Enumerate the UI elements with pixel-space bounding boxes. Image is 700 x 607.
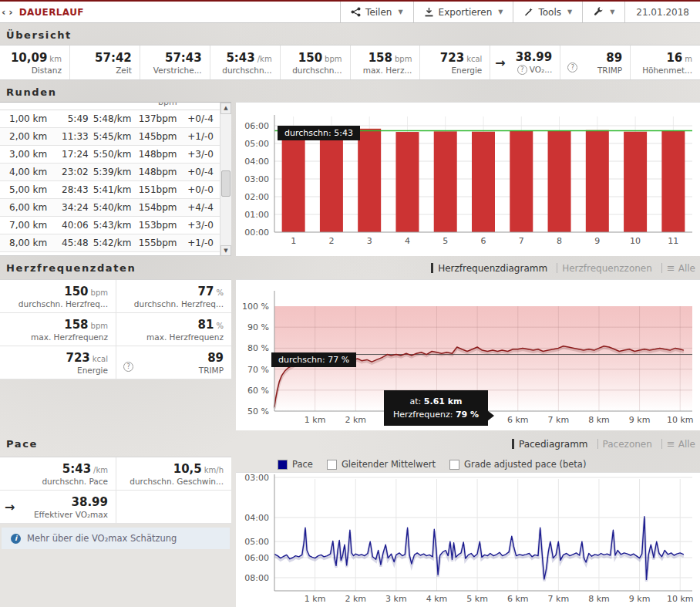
hr-cursor-tooltip: at: 5.61 km Herzfrequenz: 79 % [384,390,488,426]
help-icon[interactable]: ? [567,62,577,73]
lap-cell: 148bpm [139,167,177,177]
pace-chart-panel: 03:0004:0005:0006:0008:001 km2 km3 km4 k… [236,472,700,607]
legend-checkbox[interactable] [327,460,337,470]
legend-item-pace[interactable]: Pace [278,459,313,470]
svg-text:5: 5 [443,236,448,246]
svg-text:8 km: 8 km [588,594,610,604]
laps-scrollbar[interactable]: ▲ ▼ [220,103,231,256]
tab-marker [431,263,433,273]
tab-alle[interactable]: ≡Alle [661,262,695,274]
laps-header-bpm: bpm [158,103,197,107]
tab-herzfrequenzzonen[interactable]: Herzfrequenzzonen [557,263,652,274]
stat-label: Verstriche... [153,66,202,75]
lap-row[interactable]: 4,00 km23:025:39/km148bpm+0/-4 [0,164,220,181]
activity-page: ‹ › DAUERLAUF Teilen ▼ Exportieren ▼ [0,0,700,607]
lap-cell: 5:42/km [89,238,139,248]
legend-checkbox[interactable] [449,460,459,470]
next-activity-button[interactable]: › [7,6,14,18]
stat-label: TRIMP [597,66,622,75]
lap-cell: 148bpm [139,149,177,160]
svg-text:05:00: 05:00 [244,537,269,547]
overview-stat: 57:43Verstriche... [140,46,210,79]
lap-row[interactable]: 6,00 km34:245:40/km154bpm+4/-4 [0,199,220,217]
svg-text:7 km: 7 km [548,415,570,425]
lap-cell: 145bpm [139,131,177,142]
stat-value: 77% [198,285,224,298]
lap-cell: 5:39/km [89,167,139,177]
stat-unit: bpm [325,55,342,63]
legend-item-gleitender-mittelwert[interactable]: Gleitender Mittelwert [327,459,436,470]
lap-cell: 5:41/km [89,184,139,195]
lap-cell: 137bpm [139,113,177,124]
legend-label: Grade adjusted pace (beta) [464,459,586,470]
lap-row[interactable]: 1,00 km5:495:48/km137bpm+0/-4 [0,110,220,128]
svg-text:70 %: 70 % [247,365,269,375]
svg-text:08:00: 08:00 [244,573,269,583]
lap-row[interactable]: 5,00 km28:435:41/km151bpm+0/-0 [0,181,220,199]
stat-label: durchschn... [222,66,271,75]
scroll-down-arrow-icon[interactable]: ▼ [220,245,231,256]
stat-unit: bpm [395,55,412,63]
share-button[interactable]: Teilen ▼ [340,2,413,22]
help-icon[interactable]: ? [123,362,133,372]
stat-unit: /km [257,55,272,63]
lap-row[interactable]: 9,00 km51:335:45/km149bpm+3/-4 [0,252,220,256]
lap-row[interactable]: 3,00 km17:245:50/km148bpm+3/-0 [0,146,220,164]
tab-label: Pacediagramm [519,439,588,450]
prev-activity-button[interactable]: ‹ [0,6,7,18]
lap-cell: +0/-4 [177,167,220,177]
stat-label: max. Herzfrequenz [146,332,224,342]
tab-herzfrequenzdiagramm[interactable]: Herzfrequenzdiagramm [431,263,547,274]
stat-value: 81% [198,318,224,332]
stat-unit: /km [93,466,108,474]
stat-label: Distanz [32,66,62,75]
lap-cell: 149bpm [139,255,177,256]
lap-cell: 28:43 [58,184,89,195]
svg-text:90 %: 90 % [247,322,269,332]
hr-stat: ?89TRIMP [116,346,231,379]
stat-label: max. Herz... [363,66,412,75]
lap-cell: 8,00 km [0,238,58,248]
stat-value: 89 [207,351,224,365]
svg-text:60 %: 60 % [247,386,269,396]
svg-text:2: 2 [328,236,334,246]
svg-text:1: 1 [291,236,296,246]
svg-text:7 km: 7 km [548,594,570,604]
svg-text:6 km: 6 km [507,594,529,604]
svg-text:9: 9 [594,236,600,246]
lap-cell: +0/-4 [177,113,220,124]
stat-value: 38.99 [516,50,552,64]
lap-row[interactable]: 7,00 km40:065:43/km153bpm+3/-0 [0,217,220,234]
svg-text:10 km: 10 km [667,594,694,604]
svg-text:11: 11 [668,236,678,246]
lap-cell: 5:45/km [89,131,139,142]
lap-cell: 7,00 km [0,220,58,231]
lap-row[interactable]: 2,00 km11:335:45/km145bpm+1/-0 [0,128,220,146]
tab-pacezonen[interactable]: Pacezonen [597,439,652,450]
overview-stats-row: 10,09kmDistanz57:42Zeit57:43Verstriche..… [0,45,700,80]
export-label: Exportieren [439,7,493,18]
legend-item-grade-adjusted-pace-(beta)[interactable]: Grade adjusted pace (beta) [449,459,586,470]
stat-unit: km/h [204,466,224,474]
tools-button[interactable]: Tools ▼ [513,2,582,22]
overview-stat: 5:43/kmdurchschn... [210,46,280,79]
help-icon[interactable]: ? [517,65,527,75]
legend-label: Gleitender Mittelwert [342,459,436,470]
tab-alle[interactable]: ≡Alle [661,438,695,450]
stat-label: max. Herzfrequenz [31,332,108,342]
svg-text:04:00: 04:00 [244,513,269,523]
stat-value: 158bpm [369,51,412,65]
scrollbar-thumb[interactable] [221,170,231,197]
svg-text:4 km: 4 km [426,594,448,604]
legend-checkbox[interactable] [278,460,288,470]
lap-row[interactable]: 8,00 km45:485:42/km155bpm+1/-0 [0,234,220,252]
svg-text:4: 4 [405,236,410,246]
pace-line-chart[interactable]: 03:0004:0005:0006:0008:001 km2 km3 km4 k… [236,473,700,607]
scroll-up-arrow-icon[interactable]: ▲ [220,103,231,114]
settings-button[interactable]: ▼ [582,2,624,22]
tab-pacediagramm[interactable]: Pacediagramm [512,439,588,450]
topbar: ‹ › DAUERLAUF Teilen ▼ Exportieren ▼ [0,0,700,23]
export-button[interactable]: Exportieren ▼ [413,2,513,22]
info-icon: i [11,534,21,544]
vo2max-info-link[interactable]: i Mehr über die VO₂max Schätzung [2,528,230,549]
